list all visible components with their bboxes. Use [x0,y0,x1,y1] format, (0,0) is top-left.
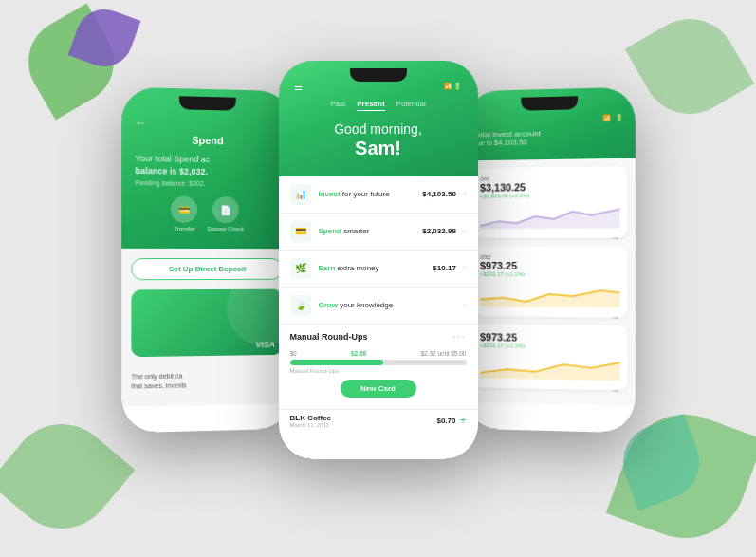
deposit-label: Deposit Check [207,226,244,232]
chart-svg-2 [480,280,619,307]
leaf-decoration-tr [625,2,755,132]
transaction-amount-group: $0.70 + [436,414,466,427]
roundup-label-middle: $2.68 [351,350,366,357]
invest-card-label-1: ore [480,175,529,182]
earn-label: Earn extra money [319,264,426,272]
invest-icon: 📊 [290,184,311,205]
invest-battery-icon: 🔋 [615,114,623,121]
invest-card-2[interactable]: ater $973.25 +$231.17 (+1.1%) → [472,245,627,317]
transaction-info: BLK Coffee March 11, 2011 [290,414,332,428]
invest-chevron-icon: › [464,190,467,198]
transaction-amount: $0.70 [436,417,455,425]
spend-action-deposit[interactable]: 📄 Deposit Check [207,196,244,232]
phone-notch-right [521,96,578,110]
tab-present[interactable]: Present [357,100,384,111]
phone-main: ☰ 📶 🔋 Past Present Potential Good mornin… [279,61,478,459]
main-tabs: Past Present Potential [294,100,463,111]
grow-icon: 🍃 [290,295,311,316]
invest-card-1[interactable]: ore $3,130.25 +$1,825.09 (+2.1%) → [472,165,627,237]
phone-spend: ← Spend Your total Spend ac balance is $… [121,86,291,433]
spend-pending: Pending balance: $202. [135,179,278,188]
invest-card-info-1: ore $3,130.25 +$1,825.09 (+2.1%) [480,175,529,198]
chart-svg-1 [480,201,619,229]
spend-icon: 💳 [290,221,311,242]
invest-arrow-1[interactable]: → [480,232,619,243]
transaction-name: BLK Coffee [290,414,332,422]
phone-screen-spend: ← Spend Your total Spend ac balance is $… [121,86,291,433]
invest-chart-2: → [480,280,619,309]
invest-card-amount-2: $973.25 [480,260,525,271]
list-item-invest[interactable]: 📊 Invest for your future $4,103.50 › [279,176,478,214]
invest-card-info-2: ater $973.25 +$231.17 (+1.1%) [480,253,525,277]
roundup-area: $0 $2.68 $2.32 until $5.00 Manual Round-… [279,346,478,409]
invest-body: ore $3,130.25 +$1,825.09 (+2.1%) → [465,158,635,405]
spend-balance-text: Your total Spend ac balance is $2,032. [135,152,278,177]
invest-label: Invest for your future [319,190,415,198]
grow-label: Grow your knowledge [319,301,449,309]
invest-card-change-3: +$231.17 (+1.1%) [480,343,525,349]
invest-status-bar: 📶 🔋 [476,114,623,124]
spend-actions: 💳 Transfer 📄 Deposit Check [135,195,278,232]
status-bar: ☰ 📶 🔋 [294,82,463,92]
list-item-earn[interactable]: 🌿 Earn extra money $10.17 › [279,251,478,288]
invest-card-change-2: +$231.17 (+1.1%) [480,270,525,276]
invest-card-3[interactable]: $973.25 +$231.17 (+1.1%) → [472,324,627,390]
invest-card-amount-1: $3,130.25 [480,181,529,194]
hamburger-icon[interactable]: ☰ [294,82,303,92]
spend-balance-amount: balance is $2,032. [135,165,208,176]
tab-past[interactable]: Past [330,100,345,111]
roundup-progress-bar [290,360,467,365]
invest-card-label-2: ater [480,253,525,260]
invest-arrow-2[interactable]: → [480,310,619,322]
deposit-icon: 📄 [212,196,238,223]
earn-icon: 🌿 [290,258,311,279]
direct-deposit-button[interactable]: Set Up Direct Deposit [131,258,282,280]
section-dots: ··· [452,332,466,343]
phone-screen-invest: 📶 🔋 total Invest account ue is $4,103.50… [465,86,635,433]
greeting-name: Sam! [294,138,463,159]
spend-body: Set Up Direct Deposit VISA The only debi… [121,249,291,407]
svg-marker-0 [480,209,619,229]
main-body: 📊 Invest for your future $4,103.50 › 💳 S… [279,176,478,432]
spend-balance-line1: Your total Spend ac [135,153,210,163]
phones-wrapper: ← Spend Your total Spend ac balance is $… [113,32,644,526]
invest-signal-icon: 📶 [602,114,611,121]
transfer-icon: 💳 [171,195,197,222]
new-card-button[interactable]: New Card [341,380,416,398]
list-item-spend[interactable]: 💳 Spend smarter $2,032.98 › [279,214,478,251]
phone-invest: 📶 🔋 total Invest account ue is $4,103.50… [465,86,635,433]
svg-marker-1 [480,289,619,307]
invest-card-change-1: +$1,825.09 (+2.1%) [480,193,529,198]
invest-card-amount-3: $973.25 [480,331,525,343]
invest-chart-1: → [480,201,619,231]
roundup-label-right: $2.32 until $5.00 [420,350,466,357]
back-arrow-icon[interactable]: ← [135,116,278,132]
spend-label: Spend smarter [319,227,415,235]
roundup-label-left: $0 [290,350,297,357]
chart-svg-3 [480,351,619,380]
roundup-progress-fill [290,360,384,365]
status-icons: 📶 🔋 [444,83,463,90]
invest-card-info-3: $973.25 +$231.17 (+1.1%) [480,331,525,348]
phone-notch-left [178,96,235,110]
add-transaction-icon[interactable]: + [459,414,466,427]
transaction-item[interactable]: BLK Coffee March 11, 2011 $0.70 + [279,409,478,432]
spend-action-transfer[interactable]: 💳 Transfer [171,195,197,231]
tab-potential[interactable]: Potential [396,100,426,111]
greeting-text: Good morning, [294,121,463,138]
phone-screen-main: ☰ 📶 🔋 Past Present Potential Good mornin… [279,61,478,459]
debit-card-visual: VISA [131,288,282,357]
transaction-date: March 11, 2011 [290,422,332,428]
invest-amount: $4,103.50 [422,190,456,198]
transfer-label: Transfer [174,226,194,232]
earn-amount: $10.17 [433,264,455,272]
spend-title: Spend [135,133,278,147]
roundups-title: Manual Round-Ups [290,332,368,342]
spend-amount: $2,032.98 [422,227,456,235]
list-item-grow[interactable]: 🍃 Grow your knowledge › [279,288,478,325]
invest-arrow-3[interactable]: → [480,381,619,395]
phone-notch-center [350,68,407,82]
spend-bottom-text: The only debit ca that saves, invests [131,363,282,397]
roundups-section-header: Manual Round-Ups ··· [279,325,478,346]
earn-chevron-icon: › [464,264,467,272]
